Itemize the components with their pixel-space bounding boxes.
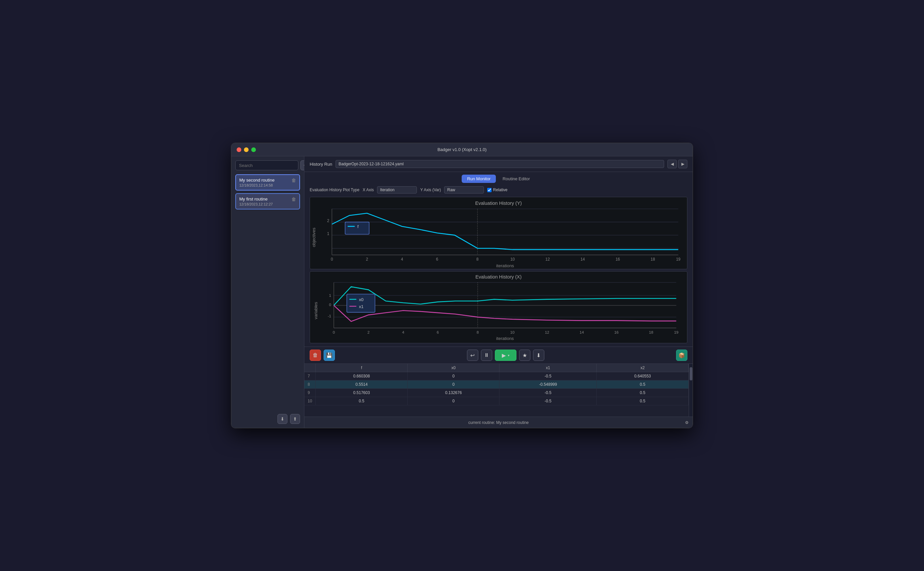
step-button[interactable]: ⬇: [533, 350, 544, 361]
svg-text:18: 18: [649, 330, 653, 334]
tab-routine-editor[interactable]: Routine Editor: [497, 174, 535, 183]
table-row[interactable]: 7 0.660308 0 -0.5 0.640553: [304, 372, 689, 380]
svg-text:16: 16: [614, 330, 619, 334]
sidebar-spacer: [235, 212, 300, 411]
svg-text:4: 4: [402, 330, 404, 334]
env-button[interactable]: 📦: [676, 350, 687, 361]
col-idx: [304, 364, 316, 372]
relative-checkbox-input[interactable]: [487, 188, 491, 192]
run-icon: ▶: [502, 352, 506, 358]
maximize-button[interactable]: [251, 147, 256, 152]
cell-x2: 0.5: [596, 380, 688, 389]
history-run-bar: History Run BadgerOpt-2023-12-18-121624.…: [304, 156, 693, 172]
prev-run-button[interactable]: ◀: [667, 160, 677, 168]
svg-text:0: 0: [333, 330, 335, 334]
run-dropdown-icon: ▾: [508, 353, 510, 357]
gear-button[interactable]: ⚙: [685, 420, 689, 425]
undo-button[interactable]: ↩: [467, 350, 478, 361]
svg-text:0: 0: [331, 257, 333, 262]
svg-text:14: 14: [581, 257, 585, 262]
cell-f: 0.5: [316, 397, 408, 405]
routine-item-0[interactable]: My second routine 12/18/2023,12:14:58 🗑: [235, 174, 300, 191]
close-button[interactable]: [237, 147, 241, 152]
cell-x0: 0: [408, 372, 499, 380]
titlebar: Badger v1.0 (Xopt v2.1.0): [231, 143, 693, 156]
tab-run-monitor[interactable]: Run Monitor: [462, 174, 496, 183]
svg-text:Evaluation History (X): Evaluation History (X): [476, 274, 522, 279]
svg-text:variables: variables: [313, 301, 318, 319]
table-row[interactable]: 10 0.5 0 -0.5 0.5: [304, 397, 689, 405]
relative-label: Relative: [493, 188, 507, 192]
table-area: f x0 x1 x2 7 0.660308 0 -0.5 0.640553 8: [304, 364, 693, 417]
svg-text:12: 12: [545, 257, 550, 262]
x-chart-container: Evaluation History (X) variables: [310, 271, 687, 344]
table-with-scroll: f x0 x1 x2 7 0.660308 0 -0.5 0.640553 8: [304, 364, 693, 417]
next-run-button[interactable]: ▶: [678, 160, 687, 168]
nav-arrows: ◀ ▶: [667, 160, 687, 168]
x-axis-select[interactable]: IterationTime: [377, 186, 417, 193]
cell-x1: -0.548999: [499, 380, 597, 389]
cell-idx: 9: [304, 389, 316, 397]
cell-x1: -0.5: [499, 397, 597, 405]
minimize-button[interactable]: [244, 147, 249, 152]
svg-text:1: 1: [327, 231, 330, 236]
scrollbar-track[interactable]: [689, 364, 693, 417]
history-run-select[interactable]: BadgerOpt-2023-12-18-121624.yaml: [336, 160, 664, 168]
delete-routine-1-button[interactable]: 🗑: [291, 196, 296, 202]
x-chart-svg: Evaluation History (X) variables: [310, 272, 687, 343]
routine-item-1[interactable]: My first routine 12/18/2023,12:12:27 🗑: [235, 193, 300, 210]
svg-text:x1: x1: [359, 304, 363, 309]
tabs-bar: Run Monitor Routine Editor: [304, 172, 693, 184]
y-chart-title: Evaluation History (Y): [475, 201, 522, 206]
import-button[interactable]: ⬇: [277, 414, 287, 424]
export-button[interactable]: ⬆: [290, 414, 300, 424]
table-wrapper[interactable]: f x0 x1 x2 7 0.660308 0 -0.5 0.640553 8: [304, 364, 689, 417]
svg-text:2: 2: [366, 257, 368, 262]
cell-x1: -0.5: [499, 389, 597, 397]
y-axis-label: Y Axis (Var): [420, 188, 441, 192]
cell-x0: 0: [408, 380, 499, 389]
svg-text:f: f: [357, 224, 359, 229]
svg-text:iterations: iterations: [496, 336, 514, 341]
col-x2: x2: [596, 364, 688, 372]
right-panel: History Run BadgerOpt-2023-12-18-121624.…: [304, 156, 693, 428]
sidebar-bottom: ⬇ ⬆: [235, 411, 300, 424]
svg-text:16: 16: [616, 257, 620, 262]
svg-text:10: 10: [510, 257, 515, 262]
svg-text:10: 10: [510, 330, 515, 334]
svg-text:6: 6: [437, 330, 439, 334]
svg-text:2: 2: [327, 218, 330, 223]
x-axis-label: X Axis: [363, 188, 374, 192]
y-chart-ylabel: objectives: [311, 227, 316, 247]
svg-text:0: 0: [329, 302, 331, 307]
history-run-select-wrapper: BadgerOpt-2023-12-18-121624.yaml: [336, 160, 664, 168]
search-input[interactable]: [235, 160, 298, 170]
svg-text:4: 4: [401, 257, 403, 262]
app-window: Badger v1.0 (Xopt v2.1.0) + My second ro…: [231, 143, 693, 428]
relative-checkbox[interactable]: Relative: [487, 188, 507, 192]
cell-idx: 10: [304, 397, 316, 405]
star-button[interactable]: ★: [519, 350, 530, 361]
save-run-button[interactable]: 💾: [323, 350, 335, 361]
cell-x0: 0.132676: [408, 389, 499, 397]
cell-x1: -0.5: [499, 372, 597, 380]
svg-text:6: 6: [436, 257, 439, 262]
svg-text:18: 18: [650, 257, 655, 262]
pause-button[interactable]: ⏸: [481, 350, 492, 361]
delete-routine-0-button[interactable]: 🗑: [291, 177, 296, 183]
statusbar-text: current routine: My second routine: [468, 420, 529, 425]
scrollbar-thumb[interactable]: [690, 367, 692, 380]
delete-run-button[interactable]: 🗑: [310, 350, 321, 361]
search-row: +: [235, 160, 300, 170]
history-run-label: History Run: [310, 162, 332, 167]
gear-icon: ⚙: [685, 420, 689, 425]
table-body: 7 0.660308 0 -0.5 0.640553 8 0.5514 0 -0…: [304, 372, 689, 405]
cell-x0: 0: [408, 397, 499, 405]
run-button[interactable]: ▶ ▾: [495, 350, 516, 361]
table-row[interactable]: 9 0.517603 0.132676 -0.5 0.5: [304, 389, 689, 397]
table-row[interactable]: 8 0.5514 0 -0.548999 0.5: [304, 380, 689, 389]
routine-item-text-0: My second routine 12/18/2023,12:14:58: [239, 177, 274, 187]
y-axis-select[interactable]: RawNormalized: [444, 186, 484, 193]
svg-text:19: 19: [676, 257, 681, 262]
sidebar: + My second routine 12/18/2023,12:14:58 …: [231, 156, 304, 428]
